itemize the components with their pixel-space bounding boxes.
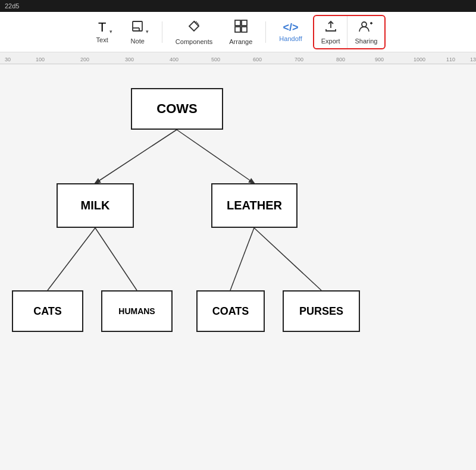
sharing-icon <box>359 20 373 35</box>
note-icon <box>131 20 144 35</box>
handoff-tool[interactable]: </> Handoff <box>273 18 308 46</box>
title-bar: 22d5 <box>0 0 476 12</box>
ruler-tick-400: 400 <box>170 57 178 62</box>
divider-1 <box>162 21 162 43</box>
components-icon <box>187 19 201 36</box>
node-cows[interactable]: COWS <box>131 88 223 130</box>
svg-line-13 <box>254 228 321 290</box>
node-coats[interactable]: COATS <box>196 290 265 332</box>
canvas-area[interactable]: COWS MILK LEATHER CATS HUMANS COATS PURS… <box>0 64 476 470</box>
ruler-tick-500: 500 <box>211 57 220 62</box>
toolbar: T Text ▾ Note ▾ Components <box>0 12 476 52</box>
svg-rect-5 <box>235 27 240 32</box>
ruler-tick-800: 800 <box>336 57 345 62</box>
ruler-tick-200: 200 <box>80 57 89 62</box>
ruler-tick-300: 300 <box>125 57 134 62</box>
sharing-tool[interactable]: Sharing <box>347 16 384 48</box>
ruler-tick-900: 900 <box>375 57 384 62</box>
text-label: Text <box>96 36 108 43</box>
diagram-svg <box>0 64 476 470</box>
handoff-icon: </> <box>283 22 299 33</box>
text-icon: T <box>98 21 106 34</box>
sharing-label: Sharing <box>355 37 377 45</box>
node-purses[interactable]: PURSES <box>283 290 360 332</box>
text-arrow: ▾ <box>109 29 112 35</box>
export-sharing-group: Export Sharing <box>313 15 386 49</box>
text-tool[interactable]: T Text ▾ <box>90 17 120 47</box>
ruler-tick-1000: 1000 <box>414 57 425 62</box>
svg-line-12 <box>230 228 254 290</box>
svg-line-11 <box>95 228 137 290</box>
ruler-tick-100: 100 <box>36 57 45 62</box>
arrange-label: Arrange <box>229 38 252 45</box>
export-label: Export <box>321 37 340 45</box>
node-cats[interactable]: CATS <box>12 290 83 332</box>
export-icon <box>324 20 337 35</box>
note-label: Note <box>131 37 145 45</box>
node-leather[interactable]: LEATHER <box>211 183 298 228</box>
svg-line-8 <box>95 130 177 183</box>
ruler-tick-700: 700 <box>295 57 303 62</box>
export-tool[interactable]: Export <box>314 16 348 48</box>
ruler-tick-600: 600 <box>253 57 262 62</box>
handoff-label: Handoff <box>279 35 302 42</box>
svg-line-10 <box>48 228 95 290</box>
svg-line-9 <box>177 130 254 183</box>
svg-rect-0 <box>133 21 142 31</box>
ruler-bar: 30 100 200 300 400 500 600 700 800 900 1… <box>0 52 476 64</box>
arrange-tool[interactable]: Arrange <box>223 15 258 49</box>
node-milk[interactable]: MILK <box>57 183 134 228</box>
svg-rect-3 <box>235 20 240 26</box>
note-tool[interactable]: Note ▾ <box>125 16 155 48</box>
node-humans[interactable]: HUMANS <box>101 290 173 332</box>
components-tool[interactable]: Components <box>170 15 218 49</box>
note-arrow: ▾ <box>146 29 149 35</box>
diagram: COWS MILK LEATHER CATS HUMANS COATS PURS… <box>0 64 476 470</box>
arrange-icon <box>234 19 248 36</box>
ruler-tick-1100: 110 <box>446 57 455 62</box>
ruler-tick-30: 30 <box>5 57 11 62</box>
svg-rect-6 <box>242 27 247 32</box>
svg-point-7 <box>362 22 367 27</box>
svg-rect-4 <box>242 20 247 26</box>
title-bar-text: 22d5 <box>5 2 19 10</box>
ruler-tick-1300: 1300 <box>470 57 476 62</box>
divider-2 <box>265 21 266 43</box>
components-label: Components <box>176 38 212 45</box>
